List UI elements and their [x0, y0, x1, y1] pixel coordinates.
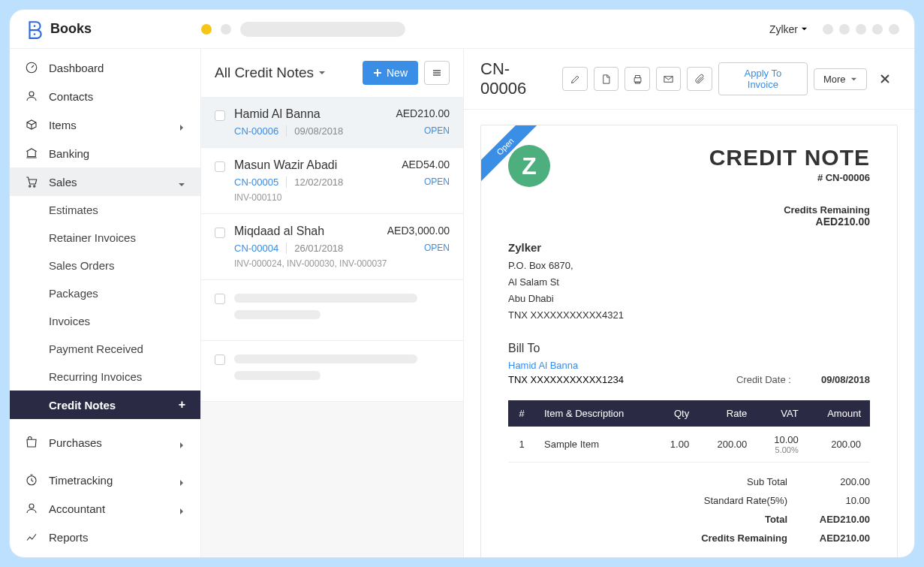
- close-detail-button[interactable]: [873, 67, 898, 91]
- credit-note-row[interactable]: Miqdaad al ShahAED3,000.00 CN-0000426/01…: [201, 214, 463, 280]
- nav-label: Contacts: [49, 90, 93, 103]
- sub-sales-orders[interactable]: Sales Orders: [10, 252, 200, 279]
- reports-icon: [25, 530, 38, 544]
- app-name: Books: [50, 21, 92, 37]
- sales-icon: [25, 175, 38, 188]
- nav-reports[interactable]: Reports: [10, 523, 200, 551]
- attach-button[interactable]: [687, 67, 712, 91]
- caret-down-icon: [850, 76, 857, 83]
- top-icon[interactable]: [872, 24, 883, 35]
- email-button[interactable]: [656, 67, 682, 91]
- top-icon[interactable]: [889, 24, 899, 35]
- bill-to-name[interactable]: Hamid Al Banna: [508, 360, 870, 371]
- sub-credit-notes[interactable]: Credit Notes +: [10, 391, 200, 419]
- add-credit-note-icon[interactable]: +: [179, 398, 185, 412]
- document-scroll[interactable]: Open Z CREDIT NOTE # CN-00006 Credits Re…: [464, 110, 914, 557]
- status-badge: OPEN: [424, 176, 450, 188]
- line-item-row: 1 Sample Item 1.00 200.00 10.005.00% 200…: [508, 427, 870, 463]
- credit-note-date: 09/08/2018: [286, 125, 343, 137]
- nav-dashboard[interactable]: Dashboard: [10, 53, 200, 82]
- accountant-icon: [25, 502, 38, 515]
- row-checkbox[interactable]: [215, 354, 225, 365]
- row-checkbox[interactable]: [215, 228, 225, 238]
- edit-button[interactable]: [562, 67, 588, 91]
- sub-recurring-invoices[interactable]: Recurring Invoices: [10, 363, 200, 391]
- chevron-down-icon: [178, 178, 185, 185]
- col-desc: Item & Description: [535, 400, 654, 427]
- row-checkbox[interactable]: [215, 294, 225, 304]
- top-icon[interactable]: [839, 24, 850, 35]
- customer-name: Miqdaad al Shah: [234, 225, 324, 238]
- contacts-icon: [25, 89, 38, 103]
- list-header: All Credit Notes New: [201, 49, 463, 97]
- credits-remaining-value: AED210.00: [709, 216, 870, 228]
- svg-point-0: [34, 25, 36, 27]
- related-invoices: INV-000024, INV-000030, INV-000037: [234, 258, 450, 269]
- company-address: Zylker P.O. Box 6870, Al Salam St Abu Dh…: [481, 238, 897, 324]
- nav-purchases[interactable]: Purchases: [10, 428, 200, 457]
- nav-label: Sales: [49, 176, 77, 188]
- new-credit-note-button[interactable]: New: [363, 61, 418, 85]
- credit-note-row[interactable]: Hamid Al BannaAED210.00 CN-0000609/08/20…: [201, 97, 463, 148]
- plus-icon: [373, 68, 382, 77]
- apply-to-invoice-button[interactable]: Apply To Invoice: [718, 62, 808, 95]
- dashboard-icon: [25, 61, 38, 74]
- customer-name: Hamid Al Banna: [234, 107, 321, 121]
- sub-packages[interactable]: Packages: [10, 279, 200, 307]
- nav-banking[interactable]: Banking: [10, 139, 200, 167]
- chevron-right-icon: [178, 505, 185, 512]
- totals-section: Sub Total200.00 Standard Rate(5%)10.00 T…: [508, 476, 870, 544]
- col-amount: Amount: [808, 400, 870, 427]
- sub-payment-received[interactable]: Payment Received: [10, 335, 200, 363]
- sub-estimates[interactable]: Estimates: [10, 196, 200, 224]
- top-bar: Books Zylker: [10, 10, 914, 49]
- pencil-icon: [570, 74, 581, 85]
- sub-retainer[interactable]: Retainer Invoices: [10, 224, 200, 252]
- credit-note-detail: CN-00006 Apply To Invoice More Open: [464, 49, 914, 557]
- credit-note-row[interactable]: Masun Wazir AbadiAED54.00 CN-0000512/02/…: [201, 148, 463, 214]
- caret-down-icon: [801, 26, 808, 32]
- top-right: Zylker: [769, 23, 899, 35]
- top-icon[interactable]: [823, 24, 833, 35]
- print-button[interactable]: [625, 67, 650, 91]
- document-number: # CN-00006: [709, 172, 870, 183]
- line-items-table: # Item & Description Qty Rate VAT Amount…: [508, 400, 870, 463]
- nav-sales[interactable]: Sales: [10, 167, 200, 196]
- nav-label: Banking: [49, 147, 89, 160]
- credit-note-document: Open Z CREDIT NOTE # CN-00006 Credits Re…: [480, 125, 898, 557]
- row-checkbox[interactable]: [215, 161, 225, 172]
- nav-label: Timetracking: [49, 474, 113, 487]
- bill-to-tax: TNX XXXXXXXXXXX1234: [508, 374, 624, 385]
- tenant-switcher[interactable]: Zylker: [769, 23, 808, 35]
- items-icon: [25, 118, 38, 131]
- chevron-right-icon: [178, 476, 185, 484]
- nav-label: Purchases: [49, 436, 102, 449]
- clock-icon: [25, 473, 38, 487]
- nav-accountant[interactable]: Accountant: [10, 494, 200, 523]
- row-checkbox[interactable]: [215, 110, 225, 121]
- svg-point-7: [29, 504, 34, 508]
- credit-note-date: 26/01/2018: [286, 243, 343, 254]
- nav-label: Items: [49, 119, 77, 131]
- menu-icon: [432, 68, 442, 78]
- col-num: #: [508, 400, 535, 427]
- list-filter-dropdown[interactable]: All Credit Notes: [215, 65, 326, 81]
- app-body: Dashboard Contacts Items Banking Sales: [10, 49, 914, 557]
- status-ribbon: Open: [481, 125, 541, 185]
- pdf-button[interactable]: [594, 67, 619, 91]
- status-dot-yellow: [201, 24, 212, 35]
- sub-invoices[interactable]: Invoices: [10, 307, 200, 335]
- svg-point-3: [29, 92, 34, 96]
- list-menu-button[interactable]: [424, 61, 450, 85]
- list-title-text: All Credit Notes: [215, 65, 314, 81]
- top-center: [201, 22, 769, 37]
- nav-items[interactable]: Items: [10, 110, 200, 139]
- top-icon-group: [823, 24, 899, 35]
- more-button[interactable]: More: [814, 68, 867, 90]
- nav-contacts[interactable]: Contacts: [10, 82, 200, 110]
- top-icon[interactable]: [856, 24, 866, 35]
- app-logo[interactable]: Books: [25, 20, 194, 39]
- search-placeholder[interactable]: [240, 22, 405, 37]
- nav-label: Dashboard: [49, 62, 104, 74]
- nav-timetracking[interactable]: Timetracking: [10, 466, 200, 494]
